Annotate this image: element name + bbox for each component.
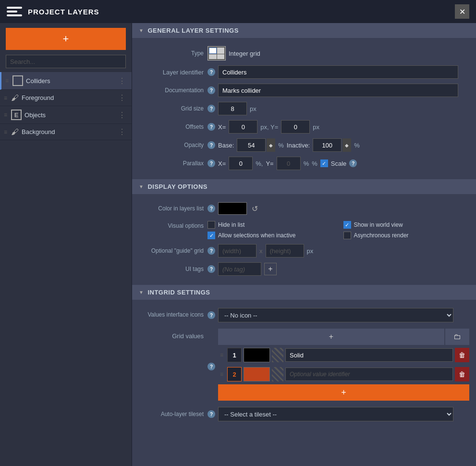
gv-delete-button-1[interactable]: 🗑: [455, 348, 469, 362]
values-icons-label: Values interface icons: [139, 311, 204, 319]
guide-width-input[interactable]: [218, 244, 256, 258]
async-render-wrap[interactable]: Asynchronous render: [343, 232, 470, 239]
parallax-pct: %: [312, 160, 317, 167]
values-icons-help-icon: ?: [207, 311, 215, 319]
parallax-help-icon: ?: [207, 159, 215, 167]
opacity-base-label: Base:: [218, 142, 234, 149]
show-in-world-checkbox[interactable]: [343, 221, 351, 229]
gv-num-1: 1: [227, 348, 242, 362]
app-icon: [7, 4, 22, 19]
opacity-inactive-spin[interactable]: ◆: [342, 138, 351, 152]
right-panel: ▼ GENERAL LAYER SETTINGS Type Integer gr…: [132, 23, 476, 466]
documentation-value: ?: [207, 84, 469, 97]
async-render-checkbox[interactable]: [343, 232, 351, 239]
allow-selections-wrap[interactable]: Allow selections when inactive: [207, 232, 334, 239]
ui-tags-value: ? +: [207, 262, 469, 276]
gv-swatch-2[interactable]: [244, 367, 270, 381]
layer-item-background[interactable]: ≡ 🖌 Background ⋮: [0, 124, 132, 140]
color-row: Color in layers list ? ↺: [132, 200, 476, 217]
color-swatch[interactable]: [218, 202, 247, 215]
allow-selections-checkbox[interactable]: [207, 232, 215, 239]
display-options-body: Color in layers list ? ↺ Visual options: [132, 194, 476, 284]
parallax-value: ? X= %, Y= % % Scale ?: [207, 157, 469, 170]
guide-height-input[interactable]: [266, 244, 304, 258]
offsets-y-unit: px: [313, 123, 319, 131]
close-button[interactable]: ✕: [455, 4, 469, 19]
layer-item-colliders[interactable]: ≡ Colliders ⋮: [0, 72, 132, 90]
display-options-header[interactable]: ▼ DISPLAY OPTIONS: [132, 179, 476, 194]
parallax-scale-label: Scale: [331, 160, 347, 167]
add-value-button[interactable]: +: [218, 384, 469, 401]
values-icons-dropdown[interactable]: -- No icon --: [218, 308, 453, 322]
gv-name-input-1[interactable]: [285, 348, 453, 362]
layer-item-foreground[interactable]: ≡ 🖌 Foreground ⋮: [0, 90, 132, 106]
ui-tags-input[interactable]: [218, 262, 261, 276]
grid-value-row-2: ≡ 2 🗑: [218, 365, 469, 383]
gv-delete-button-2[interactable]: 🗑: [455, 367, 469, 381]
parallax-y-input[interactable]: [277, 157, 301, 170]
intgrid-settings-header[interactable]: ▼ INTGRID SETTINGS: [132, 285, 476, 300]
opacity-base-input[interactable]: [237, 138, 266, 152]
layer-list: ≡ Colliders ⋮ ≡ 🖌 Foreground ⋮ ≡ E Objec…: [0, 72, 132, 466]
layer-more-button[interactable]: ⋮: [116, 110, 128, 120]
layer-item-objects[interactable]: ≡ E Objects ⋮: [0, 106, 132, 124]
opacity-inactive-wrap: ◆: [313, 138, 351, 152]
layer-id-help-icon: ?: [207, 68, 215, 76]
documentation-help-icon: ?: [207, 86, 215, 94]
documentation-input[interactable]: [218, 84, 458, 97]
visual-options-label: Visual options: [139, 221, 204, 229]
offsets-y-input[interactable]: [281, 120, 310, 134]
ui-tags-row: UI tags ? +: [132, 260, 476, 278]
offsets-value: ? X= px, Y= px: [207, 120, 469, 134]
color-label: Color in layers list: [139, 205, 204, 212]
color-reset-button[interactable]: ↺: [250, 204, 260, 213]
visual-options-value: Hide in list Show in world view Allow se…: [207, 221, 469, 239]
ui-tags-help-icon: ?: [207, 265, 215, 273]
grid-size-input[interactable]: [218, 102, 247, 115]
hide-in-list-label: Hide in list: [218, 221, 244, 228]
layer-more-button[interactable]: ⋮: [116, 93, 128, 102]
gv-id-input-2[interactable]: [285, 368, 453, 381]
gv-swatch-1[interactable]: [244, 348, 270, 362]
offsets-x-input[interactable]: [229, 120, 257, 134]
opacity-inactive-input[interactable]: [313, 138, 342, 152]
color-help-icon: ?: [207, 205, 215, 212]
layer-more-button[interactable]: ⋮: [116, 127, 128, 136]
general-settings-header[interactable]: ▼ GENERAL LAYER SETTINGS: [132, 23, 476, 38]
add-tag-button[interactable]: +: [264, 263, 277, 275]
intgrid-settings-section: ▼ INTGRID SETTINGS Values interface icon…: [132, 285, 476, 431]
drag-handle: ≡: [4, 129, 7, 135]
grid-size-row: Grid size ? px: [132, 99, 476, 118]
layer-name-background: Background: [22, 128, 113, 135]
layer-id-input[interactable]: [218, 65, 458, 79]
type-text: Integer grid: [229, 50, 260, 57]
allow-selections-label: Allow selections when inactive: [218, 232, 295, 239]
hide-in-list-wrap[interactable]: Hide in list: [207, 221, 334, 229]
guide-sep: x: [259, 247, 263, 255]
hide-in-list-checkbox[interactable]: [207, 221, 215, 229]
parallax-x-label: X=: [218, 160, 226, 167]
show-in-world-wrap[interactable]: Show in world view: [343, 221, 470, 229]
layer-type-icon-brush: 🖌: [11, 128, 19, 136]
parallax-x-input[interactable]: [229, 157, 253, 170]
layer-name-foreground: Foreground: [22, 94, 113, 101]
drag-handle: ≡: [5, 77, 9, 84]
add-layer-button[interactable]: +: [6, 28, 126, 50]
parallax-scale-checkbox[interactable]: [320, 159, 328, 167]
auto-tileset-dropdown[interactable]: -- Select a tileset --: [218, 407, 453, 421]
parallax-label: Parallax: [139, 160, 204, 167]
folder-grid-value-button[interactable]: 🗀: [445, 329, 469, 345]
add-grid-value-button[interactable]: +: [218, 329, 444, 345]
grid-values-container: + 🗀 ≡ 1 🗑: [218, 329, 469, 401]
documentation-row: Documentation ?: [132, 81, 476, 99]
layer-name-objects: Objects: [24, 111, 113, 119]
search-input[interactable]: [6, 55, 126, 68]
auto-tileset-row: Auto-layer tileset ? -- Select a tileset…: [132, 403, 476, 425]
grid-size-unit: px: [250, 105, 256, 112]
chevron-icon: ▼: [139, 184, 144, 189]
parallax-y-unit: %: [304, 160, 309, 167]
layer-more-button[interactable]: ⋮: [116, 76, 128, 86]
opacity-base-spin[interactable]: ◆: [267, 138, 275, 152]
layer-id-label: Layer identifier: [139, 69, 204, 76]
opacity-row: Opacity ? Base: ◆ % Inactive: ◆: [132, 136, 476, 154]
